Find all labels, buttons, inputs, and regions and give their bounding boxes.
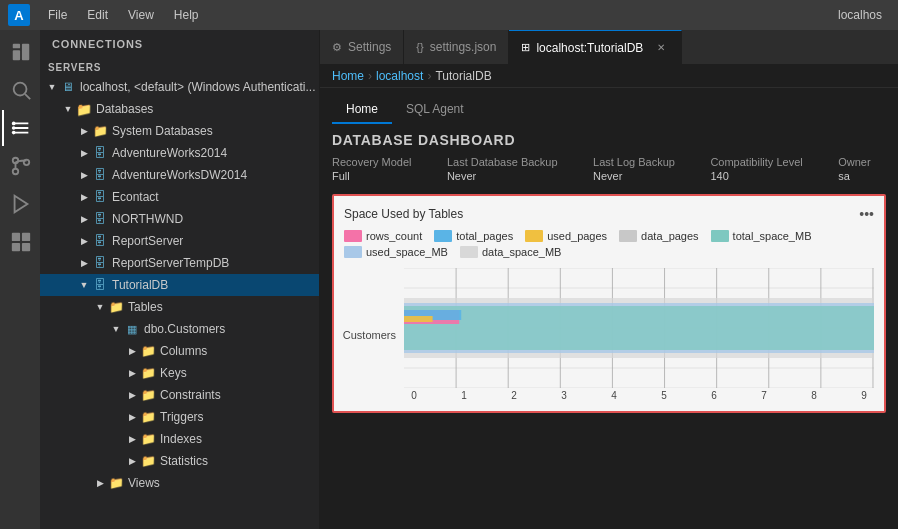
tree-item-triggers[interactable]: 📁 Triggers — [40, 406, 319, 428]
db-icon-tutorialdb: 🗄 — [92, 277, 108, 293]
inner-tab-home[interactable]: Home — [332, 96, 392, 124]
expand-arrow-tutorialdb[interactable] — [76, 277, 92, 293]
databases-label: Databases — [96, 102, 153, 116]
expand-arrow-econtact[interactable] — [76, 189, 92, 205]
activity-icon-search[interactable] — [2, 72, 38, 108]
svg-point-9 — [13, 169, 19, 175]
activity-icon-git[interactable] — [2, 148, 38, 184]
app-logo: A — [8, 4, 30, 26]
legend-item-data-space: data_space_MB — [460, 246, 562, 258]
tutorialdb-tab-icon: ⊞ — [521, 41, 530, 54]
activity-icon-explorer[interactable] — [2, 34, 38, 70]
activity-icon-extensions[interactable] — [2, 224, 38, 260]
tree-item-adventureworksdw[interactable]: 🗄 AdventureWorksDW2014 — [40, 164, 319, 186]
triggers-label: Triggers — [160, 410, 204, 424]
tab-settings[interactable]: ⚙ Settings — [320, 30, 404, 64]
settings-json-tab-icon: {} — [416, 41, 423, 53]
db-icon-awdw: 🗄 — [92, 167, 108, 183]
dashboard-title: DATABASE DASHBOARD — [332, 132, 886, 148]
expand-arrow-rstemp[interactable] — [76, 255, 92, 271]
tables-label: Tables — [128, 300, 163, 314]
settings-tab-icon: ⚙ — [332, 41, 342, 54]
db-icon-reportserver: 🗄 — [92, 233, 108, 249]
expand-arrow-northwnd[interactable] — [76, 211, 92, 227]
tree-item-northwnd[interactable]: 🗄 NORTHWND — [40, 208, 319, 230]
activity-icon-connections[interactable] — [2, 110, 38, 146]
page-content: Home › localhost › TutorialDB Home SQL A… — [320, 65, 898, 529]
x-label-5: 5 — [654, 390, 674, 401]
tree-item-tutorialdb[interactable]: 🗄 TutorialDB — [40, 274, 319, 296]
bar-used-pages — [404, 316, 433, 322]
inner-tabs: Home SQL Agent — [320, 88, 898, 124]
tree-item-reportserver[interactable]: 🗄 ReportServer — [40, 230, 319, 252]
menu-help[interactable]: Help — [164, 0, 209, 30]
content-area: ⚙ Settings {} settings.json ⊞ localhost:… — [320, 30, 898, 529]
x-label-3: 3 — [554, 390, 574, 401]
svg-line-4 — [25, 94, 30, 99]
sidebar-tree: SERVERS 🖥 localhost, <default> (Windows … — [40, 58, 319, 529]
expand-arrow-statistics[interactable] — [124, 453, 140, 469]
tree-item-columns[interactable]: 📁 Columns — [40, 340, 319, 362]
menu-edit[interactable]: Edit — [77, 0, 118, 30]
table-icon-customers: ▦ — [124, 321, 140, 337]
breadcrumb-localhost[interactable]: localhost — [376, 69, 423, 83]
tree-item-server[interactable]: 🖥 localhost, <default> (Windows Authenti… — [40, 76, 319, 98]
northwnd-label: NORTHWND — [112, 212, 183, 226]
expand-arrow-customers[interactable] — [108, 321, 124, 337]
econtact-label: Econtact — [112, 190, 159, 204]
tree-item-databases[interactable]: 📁 Databases — [40, 98, 319, 120]
expand-arrow-keys[interactable] — [124, 365, 140, 381]
expand-arrow-system-db[interactable] — [76, 123, 92, 139]
svg-marker-11 — [15, 196, 28, 213]
legend-label-total-pages: total_pages — [456, 230, 513, 242]
tree-item-views[interactable]: 📁 Views — [40, 472, 319, 494]
tree-item-econtact[interactable]: 🗄 Econtact — [40, 186, 319, 208]
folder-icon-constraints: 📁 — [140, 387, 156, 403]
breadcrumb-home[interactable]: Home — [332, 69, 364, 83]
expand-arrow-aw[interactable] — [76, 145, 92, 161]
db-info-label-1: Last Database Backup — [447, 156, 573, 168]
tree-item-keys[interactable]: 📁 Keys — [40, 362, 319, 384]
tree-item-indexes[interactable]: 📁 Indexes — [40, 428, 319, 450]
expand-arrow-indexes[interactable] — [124, 431, 140, 447]
legend-swatch-data-pages — [619, 230, 637, 242]
svg-rect-13 — [22, 233, 30, 241]
expand-arrow-constraints[interactable] — [124, 387, 140, 403]
expand-arrow-reportserver[interactable] — [76, 233, 92, 249]
tree-item-reportservertempdb[interactable]: 🗄 ReportServerTempDB — [40, 252, 319, 274]
tree-item-constraints[interactable]: 📁 Constraints — [40, 384, 319, 406]
tree-item-dbo-customers[interactable]: ▦ dbo.Customers — [40, 318, 319, 340]
menu-view[interactable]: View — [118, 0, 164, 30]
tab-settings-json[interactable]: {} settings.json — [404, 30, 509, 64]
tree-item-statistics[interactable]: 📁 Statistics — [40, 450, 319, 472]
expand-arrow-views[interactable] — [92, 475, 108, 491]
activity-icon-debug[interactable] — [2, 186, 38, 222]
legend-label-used-pages: used_pages — [547, 230, 607, 242]
legend-swatch-rows-count — [344, 230, 362, 242]
expand-arrow-triggers[interactable] — [124, 409, 140, 425]
tab-tutorialdb[interactable]: ⊞ localhost:TutorialDB ✕ — [509, 30, 682, 64]
breadcrumb-sep-1: › — [368, 69, 372, 83]
expand-arrow-columns[interactable] — [124, 343, 140, 359]
tree-item-adventureworks[interactable]: 🗄 AdventureWorks2014 — [40, 142, 319, 164]
folder-icon-columns: 📁 — [140, 343, 156, 359]
menu-file[interactable]: File — [38, 0, 77, 30]
tab-close-button[interactable]: ✕ — [653, 40, 669, 56]
expand-arrow-awdw[interactable] — [76, 167, 92, 183]
x-label-8: 8 — [804, 390, 824, 401]
db-icon-northwnd: 🗄 — [92, 211, 108, 227]
expand-arrow-server[interactable] — [44, 79, 60, 95]
chart-x-axis: 0 1 2 3 4 5 6 7 8 9 — [404, 388, 874, 401]
inner-tab-sql-agent[interactable]: SQL Agent — [392, 96, 478, 124]
chart-panel: Space Used by Tables ••• rows_count — [332, 194, 886, 413]
chart-menu-button[interactable]: ••• — [859, 206, 874, 222]
tree-item-tables[interactable]: 📁 Tables — [40, 296, 319, 318]
db-info-value-4: sa — [838, 170, 886, 182]
expand-arrow-databases[interactable] — [60, 101, 76, 117]
tree-item-system-db[interactable]: 📁 System Databases — [40, 120, 319, 142]
breadcrumb-tutorialdb: TutorialDB — [435, 69, 491, 83]
svg-point-6 — [12, 126, 16, 130]
indexes-label: Indexes — [160, 432, 202, 446]
expand-arrow-tables[interactable] — [92, 299, 108, 315]
tutorialdb-label: TutorialDB — [112, 278, 168, 292]
